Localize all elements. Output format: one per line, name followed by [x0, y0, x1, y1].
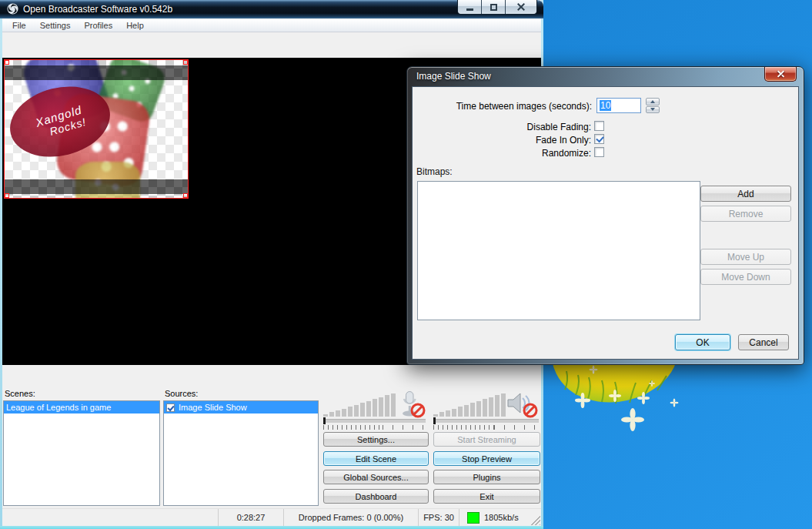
- dialog-client-area: Time between images (seconds): 10 Disabl…: [412, 86, 799, 360]
- settings-button[interactable]: Settings...: [323, 432, 429, 447]
- edit-scene-button[interactable]: Edit Scene: [323, 451, 429, 466]
- source-item-label: Image Slide Show: [179, 403, 247, 412]
- dialog-title: Image Slide Show: [416, 71, 491, 82]
- sources-label: Sources:: [165, 389, 198, 398]
- dialog-close-button[interactable]: [764, 67, 797, 82]
- fade-in-only-label: Fade In Only:: [413, 135, 591, 146]
- mic-slider-track[interactable]: [323, 419, 426, 423]
- menu-settings[interactable]: Settings: [33, 21, 78, 30]
- scene-item-label: League of Legends in game: [6, 403, 111, 412]
- status-fps: FPS: 30: [419, 509, 459, 526]
- connection-quality-indicator: [467, 512, 480, 524]
- screen: Open Broadcaster Software v0.542b File S…: [0, 0, 812, 529]
- scenes-list[interactable]: League of Legends in game: [3, 400, 160, 506]
- speaker-slider-track[interactable]: [433, 419, 539, 423]
- dashboard-button[interactable]: Dashboard: [323, 489, 429, 504]
- move-up-button: Move Up: [700, 249, 791, 265]
- randomize-label: Randomize:: [413, 148, 591, 159]
- move-down-button: Move Down: [700, 269, 791, 285]
- stop-preview-button[interactable]: Stop Preview: [433, 451, 540, 466]
- disable-fading-label: Disable Fading:: [413, 122, 591, 132]
- resize-grip[interactable]: [531, 516, 540, 525]
- speaker-volume-meter: [433, 392, 506, 417]
- mic-volume-slider[interactable]: [323, 417, 426, 430]
- add-button[interactable]: Add: [700, 186, 791, 202]
- exit-button[interactable]: Exit: [433, 489, 540, 504]
- window-title: Open Broadcaster Software v0.542b: [23, 4, 172, 15]
- letterbox-top: [5, 65, 188, 80]
- scene-list-item[interactable]: League of Legends in game: [4, 401, 159, 413]
- resize-handle-tl[interactable]: [5, 60, 9, 65]
- speaker-volume-slider[interactable]: [433, 417, 539, 430]
- window-border-bottom: [0, 526, 543, 529]
- status-dropped-frames: Dropped Frames: 0 (0.00%): [284, 509, 419, 526]
- status-empty-panel: [2, 509, 219, 526]
- menu-help[interactable]: Help: [119, 21, 151, 30]
- mic-volume-meter: [323, 392, 396, 417]
- close-button[interactable]: [506, 0, 536, 14]
- speaker-slider-thumb[interactable]: [433, 417, 436, 424]
- close-icon: [777, 70, 785, 79]
- status-stream-time: 0:28:27: [219, 509, 284, 526]
- image-slideshow-dialog: Image Slide Show Time between images (se…: [406, 66, 804, 365]
- time-spinner: [646, 98, 660, 113]
- close-icon: [516, 2, 526, 12]
- chevron-up-icon: [650, 100, 655, 103]
- start-streaming-button: Start Streaming: [433, 432, 540, 447]
- time-between-images-label: Time between images (seconds):: [413, 101, 592, 112]
- chevron-down-icon: [650, 108, 655, 111]
- obs-logo-icon: [7, 3, 18, 15]
- ok-button[interactable]: OK: [675, 334, 730, 350]
- preview-source-image[interactable]: Xangold Rocks!: [4, 59, 189, 199]
- cancel-button[interactable]: Cancel: [738, 334, 789, 350]
- resize-handle-bl[interactable]: [5, 193, 9, 198]
- menu-file[interactable]: File: [5, 21, 33, 30]
- sources-list[interactable]: Image Slide Show: [163, 400, 319, 506]
- obs-titlebar[interactable]: Open Broadcaster Software v0.542b: [0, 0, 543, 18]
- status-bitrate: 1805kb/s: [484, 513, 519, 522]
- plugins-button[interactable]: Plugins: [433, 470, 540, 484]
- speaker-muted-icon[interactable]: [505, 390, 539, 418]
- time-value-selected-text: 10: [600, 100, 611, 111]
- mic-slider-thumb[interactable]: [323, 417, 326, 424]
- maximize-button[interactable]: [482, 0, 506, 14]
- minimize-button[interactable]: [458, 0, 482, 14]
- microphone-muted-icon[interactable]: [399, 390, 426, 418]
- letterbox-bottom: [5, 179, 188, 194]
- caption-buttons: [457, 0, 537, 15]
- source-enabled-checkbox[interactable]: [166, 403, 175, 412]
- menu-profiles[interactable]: Profiles: [77, 21, 119, 30]
- status-bar: 0:28:27 Dropped Frames: 0 (0.00%) FPS: 3…: [2, 508, 541, 526]
- wallpaper-grass: [542, 354, 707, 450]
- spinner-up-button[interactable]: [646, 98, 660, 105]
- resize-handle-tr[interactable]: [183, 60, 188, 65]
- remove-button: Remove: [700, 206, 791, 222]
- status-bitrate-panel: 1805kb/s: [459, 509, 541, 526]
- time-between-images-input[interactable]: 10: [596, 98, 641, 113]
- resize-handle-br[interactable]: [183, 193, 188, 198]
- global-sources-button[interactable]: Global Sources...: [323, 470, 429, 484]
- disable-fading-checkbox[interactable]: [594, 121, 604, 131]
- scenes-label: Scenes:: [5, 389, 35, 398]
- source-list-item[interactable]: Image Slide Show: [164, 401, 318, 413]
- fade-in-only-checkbox[interactable]: [594, 134, 604, 144]
- spinner-down-button[interactable]: [646, 106, 660, 114]
- randomize-checkbox[interactable]: [594, 147, 604, 157]
- maximize-icon: [490, 4, 497, 11]
- menubar: File Settings Profiles Help: [2, 19, 541, 32]
- bitmaps-list[interactable]: [417, 181, 700, 320]
- minimize-icon: [466, 8, 473, 11]
- bitmaps-label: Bitmaps:: [416, 166, 453, 177]
